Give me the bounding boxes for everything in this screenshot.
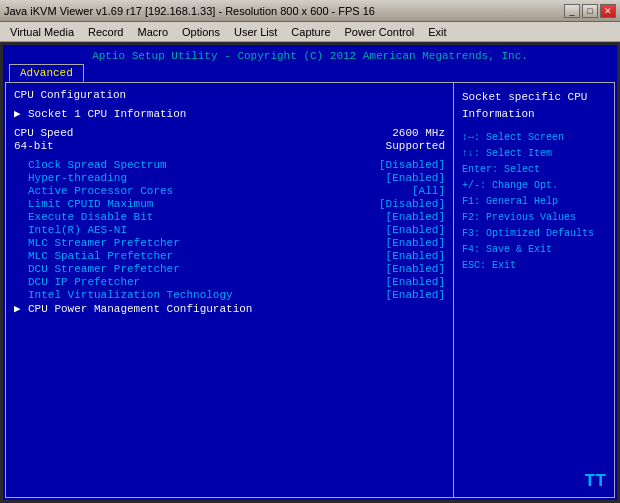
cpu-speed-label: CPU Speed <box>14 127 392 139</box>
hyperthreading-value: [Enabled] <box>386 172 445 184</box>
menu-exit[interactable]: Exit <box>422 25 452 39</box>
arrow-icon: ▶ <box>14 107 24 120</box>
cpu-speed-value: 2600 MHz <box>392 127 445 139</box>
active-cores-label: Active Processor Cores <box>28 185 412 197</box>
tab-bar: Advanced <box>5 64 615 82</box>
power-arrow-icon: ▶ <box>14 302 24 315</box>
mlc-spatial-label: MLC Spatial Prefetcher <box>28 250 386 262</box>
clock-spread-value: [Disabled] <box>379 159 445 171</box>
limit-cpuid-label: Limit CPUID Maximum <box>28 198 379 210</box>
title-bar: Java iKVM Viewer v1.69 r17 [192.168.1.33… <box>0 0 620 22</box>
menu-options[interactable]: Options <box>176 25 226 39</box>
aes-ni-label: Intel(R) AES-NI <box>28 224 386 236</box>
info-64bit: 64-bit Supported <box>14 140 445 152</box>
dcu-ip-label: DCU IP Prefetcher <box>28 276 386 288</box>
execute-disable-value: [Enabled] <box>386 211 445 223</box>
row-aes-ni[interactable]: Intel(R) AES-NI [Enabled] <box>14 224 445 236</box>
close-button[interactable]: ✕ <box>600 4 616 18</box>
64bit-value: Supported <box>386 140 445 152</box>
execute-disable-label: Execute Disable Bit <box>28 211 386 223</box>
power-submenu-label: CPU Power Management Configuration <box>28 303 445 315</box>
menu-capture[interactable]: Capture <box>285 25 336 39</box>
key-select-item: ↑↓: Select Item <box>462 146 606 162</box>
clock-spread-label: Clock Spread Spectrum <box>28 159 379 171</box>
hyperthreading-label: Hyper-threading <box>28 172 386 184</box>
submenu-socket[interactable]: ▶ Socket 1 CPU Information <box>14 107 445 120</box>
bios-outer: Aptio Setup Utility - Copyright (C) 2012… <box>3 45 617 500</box>
key-change-opt: +/-: Change Opt. <box>462 178 606 194</box>
tab-advanced[interactable]: Advanced <box>9 64 84 82</box>
row-execute-disable[interactable]: Execute Disable Bit [Enabled] <box>14 211 445 223</box>
help-text: Socket specific CPUInformation <box>462 89 606 122</box>
dcu-streamer-value: [Enabled] <box>386 263 445 275</box>
submenu-label: Socket 1 CPU Information <box>28 108 445 120</box>
key-f4: F4: Save & Exit <box>462 242 606 258</box>
key-f3: F3: Optimized Defaults <box>462 226 606 242</box>
key-f2: F2: Previous Values <box>462 210 606 226</box>
row-limit-cpuid[interactable]: Limit CPUID Maximum [Disabled] <box>14 198 445 210</box>
menu-user-list[interactable]: User List <box>228 25 283 39</box>
row-dcu-streamer[interactable]: DCU Streamer Prefetcher [Enabled] <box>14 263 445 275</box>
key-enter: Enter: Select <box>462 162 606 178</box>
64bit-label: 64-bit <box>14 140 386 152</box>
row-vt[interactable]: Intel Virtualization Technology [Enabled… <box>14 289 445 301</box>
menu-power-control[interactable]: Power Control <box>339 25 421 39</box>
key-select-screen: ↕↔: Select Screen <box>462 130 606 146</box>
window-controls: _ □ ✕ <box>564 4 616 18</box>
mlc-spatial-value: [Enabled] <box>386 250 445 262</box>
menu-virtual-media[interactable]: Virtual Media <box>4 25 80 39</box>
key-f1: F1: General Help <box>462 194 606 210</box>
window-title: Java iKVM Viewer v1.69 r17 [192.168.1.33… <box>4 5 375 17</box>
info-cpu-speed: CPU Speed 2600 MHz <box>14 127 445 139</box>
menu-bar: Virtual Media Record Macro Options User … <box>0 22 620 42</box>
bios-title: Aptio Setup Utility - Copyright (C) 2012… <box>5 47 615 64</box>
mlc-streamer-label: MLC Streamer Prefetcher <box>28 237 386 249</box>
menu-macro[interactable]: Macro <box>131 25 174 39</box>
bios-content: CPU Configuration ▶ Socket 1 CPU Informa… <box>5 82 615 498</box>
key-esc: ESC: Exit <box>462 258 606 274</box>
dcu-streamer-label: DCU Streamer Prefetcher <box>28 263 386 275</box>
row-mlc-spatial[interactable]: MLC Spatial Prefetcher [Enabled] <box>14 250 445 262</box>
vt-value: [Enabled] <box>386 289 445 301</box>
row-clock-spread[interactable]: Clock Spread Spectrum [Disabled] <box>14 159 445 171</box>
active-cores-value: [All] <box>412 185 445 197</box>
section-title: CPU Configuration <box>14 89 445 101</box>
menu-record[interactable]: Record <box>82 25 129 39</box>
row-mlc-streamer[interactable]: MLC Streamer Prefetcher [Enabled] <box>14 237 445 249</box>
limit-cpuid-value: [Disabled] <box>379 198 445 210</box>
vt-label: Intel Virtualization Technology <box>28 289 386 301</box>
right-panel: Socket specific CPUInformation ↕↔: Selec… <box>454 83 614 497</box>
minimize-button[interactable]: _ <box>564 4 580 18</box>
row-hyperthreading[interactable]: Hyper-threading [Enabled] <box>14 172 445 184</box>
left-panel: CPU Configuration ▶ Socket 1 CPU Informa… <box>6 83 454 497</box>
row-dcu-ip[interactable]: DCU IP Prefetcher [Enabled] <box>14 276 445 288</box>
aes-ni-value: [Enabled] <box>386 224 445 236</box>
key-help: ↕↔: Select Screen ↑↓: Select Item Enter:… <box>462 130 606 274</box>
tt-logo: TT <box>584 471 606 491</box>
row-active-cores[interactable]: Active Processor Cores [All] <box>14 185 445 197</box>
dcu-ip-value: [Enabled] <box>386 276 445 288</box>
mlc-streamer-value: [Enabled] <box>386 237 445 249</box>
maximize-button[interactable]: □ <box>582 4 598 18</box>
submenu-power[interactable]: ▶ CPU Power Management Configuration <box>14 302 445 315</box>
